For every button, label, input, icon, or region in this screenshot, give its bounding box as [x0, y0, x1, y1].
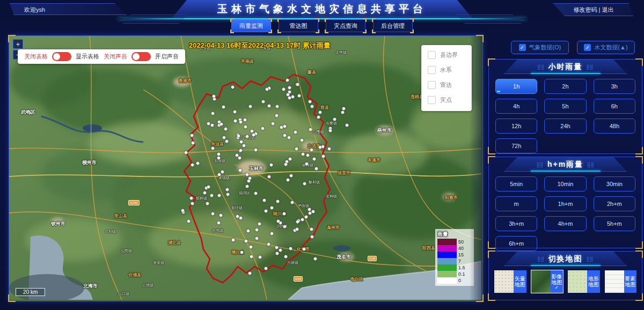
rain-station-dot[interactable] — [295, 227, 299, 231]
rain-station-dot[interactable] — [217, 156, 221, 160]
hourly-button-3h[interactable]: 3h — [594, 79, 635, 94]
logout-link[interactable]: 退出 — [602, 6, 613, 13]
rain-station-dot[interactable] — [328, 129, 332, 132]
rain-station-dot[interactable] — [246, 229, 250, 233]
rain-station-dot[interactable] — [288, 96, 291, 100]
rain-station-dot[interactable] — [231, 238, 235, 242]
rain-station-dot[interactable] — [245, 184, 249, 188]
hourly-button-48h[interactable]: 48h — [594, 119, 635, 134]
rain-station-dot[interactable] — [308, 208, 311, 211]
rain-station-dot[interactable] — [222, 105, 225, 109]
rain-station-dot[interactable] — [283, 225, 287, 228]
rain-station-dot[interactable] — [296, 220, 299, 224]
hourly-button-1h[interactable]: 1h — [495, 79, 537, 94]
rain-station-dot[interactable] — [240, 250, 244, 254]
rain-station-dot[interactable] — [217, 173, 221, 176]
rain-station-dot[interactable] — [265, 87, 269, 91]
layer-checkbox-2[interactable] — [428, 81, 436, 89]
change-password-link[interactable]: 修改密码 — [574, 6, 597, 13]
rain-station-dot[interactable] — [258, 255, 262, 259]
rain-station-dot[interactable] — [311, 210, 315, 213]
hm-button-3h+m[interactable]: 3h+m — [495, 216, 537, 231]
layer-checkbox-3[interactable] — [428, 96, 436, 104]
rain-station-dot[interactable] — [254, 191, 258, 195]
rain-station-dot[interactable] — [276, 200, 280, 203]
rain-station-dot[interactable] — [345, 123, 349, 127]
nav-tab-2[interactable]: 灾点查询 — [326, 19, 365, 32]
rain-station-dot[interactable] — [212, 94, 216, 98]
rain-station-dot[interactable] — [258, 222, 261, 226]
rain-station-dot[interactable] — [269, 163, 273, 167]
rain-station-dot[interactable] — [211, 112, 215, 115]
rain-station-dot[interactable] — [289, 247, 292, 250]
rain-station-dot[interactable] — [283, 134, 287, 137]
rain-station-dot[interactable] — [295, 147, 298, 151]
rain-station-dot[interactable] — [321, 154, 325, 158]
rain-station-dot[interactable] — [296, 83, 299, 86]
rain-station-dot[interactable] — [250, 129, 254, 133]
hm-button-10min[interactable]: 10min — [544, 176, 586, 191]
zoom-in-button[interactable]: + — [13, 39, 23, 49]
rain-station-dot[interactable] — [318, 110, 322, 114]
rain-station-dot[interactable] — [294, 130, 297, 134]
rain-station-dot[interactable] — [275, 246, 279, 249]
hm-button-5min[interactable]: 5min — [495, 176, 537, 191]
rain-station-dot[interactable] — [297, 94, 301, 98]
rain-station-dot[interactable] — [191, 202, 194, 205]
rain-station-dot[interactable] — [282, 87, 286, 91]
hourly-button-5h[interactable]: 5h — [544, 99, 586, 114]
map-canvas[interactable]: 武鸣区横州市梧州市玉林市钦州市北海市茂名市罗定市贵港市平南县藤县苍梧县容县北流市… — [9, 36, 482, 301]
rain-station-dot[interactable] — [312, 157, 316, 161]
rain-station-dot[interactable] — [206, 202, 209, 205]
rain-station-dot[interactable] — [225, 139, 229, 143]
layer-checkbox-0[interactable] — [428, 51, 436, 59]
toggle-switch-1[interactable] — [131, 52, 151, 61]
rain-station-dot[interactable] — [219, 122, 223, 126]
rain-station-dot[interactable] — [244, 239, 248, 243]
rain-station-dot[interactable] — [262, 198, 266, 202]
rain-station-dot[interactable] — [190, 134, 194, 137]
data-type-button-1[interactable]: ✓水文数据(▲) — [577, 41, 635, 54]
map-option-image[interactable]: 影像地图✓ — [531, 270, 564, 293]
rain-station-dot[interactable] — [239, 149, 243, 152]
rain-station-dot[interactable] — [288, 86, 291, 90]
rain-station-dot[interactable] — [261, 100, 265, 104]
hourly-button-2h[interactable]: 2h — [544, 79, 586, 94]
hm-button-2h+m[interactable]: 2h+m — [594, 196, 635, 211]
hourly-button-6h[interactable]: 6h — [594, 99, 635, 114]
rain-station-dot[interactable] — [289, 174, 293, 178]
hourly-button-12h[interactable]: 12h — [495, 119, 537, 134]
rain-station-dot[interactable] — [303, 182, 306, 186]
rain-station-dot[interactable] — [243, 118, 247, 122]
hm-button-m[interactable]: m — [495, 196, 537, 211]
hourly-button-24h[interactable]: 24h — [544, 119, 586, 134]
hourly-button-4h[interactable]: 4h — [495, 99, 537, 114]
rain-station-dot[interactable] — [221, 170, 224, 174]
rain-station-dot[interactable] — [191, 141, 195, 145]
rain-station-dot[interactable] — [222, 136, 226, 139]
rain-station-dot[interactable] — [264, 267, 268, 270]
rain-station-dot[interactable] — [275, 114, 279, 117]
rain-station-dot[interactable] — [304, 215, 308, 219]
rain-station-dot[interactable] — [267, 175, 271, 179]
rain-station-dot[interactable] — [275, 252, 279, 255]
rain-station-dot[interactable] — [341, 110, 345, 114]
rain-station-dot[interactable] — [255, 237, 259, 240]
rain-station-dot[interactable] — [203, 191, 207, 195]
hm-button-5h+m[interactable]: 5h+m — [594, 216, 635, 231]
rain-station-dot[interactable] — [327, 147, 331, 151]
rain-station-dot[interactable] — [238, 168, 242, 172]
rain-station-dot[interactable] — [217, 221, 221, 225]
rain-station-dot[interactable] — [309, 128, 312, 131]
rain-station-dot[interactable] — [279, 248, 282, 252]
rain-station-dot[interactable] — [313, 257, 317, 261]
map-option-feature[interactable]: 要素地图 — [605, 270, 637, 293]
rain-station-dot[interactable] — [333, 117, 336, 121]
hm-button-4h+m[interactable]: 4h+m — [544, 216, 586, 231]
rain-station-dot[interactable] — [306, 153, 310, 157]
rain-station-dot[interactable] — [252, 133, 255, 137]
hm-button-30min[interactable]: 30min — [594, 176, 635, 191]
rain-station-dot[interactable] — [310, 235, 314, 239]
rain-station-dot[interactable] — [184, 151, 188, 154]
rain-station-dot[interactable] — [270, 206, 274, 210]
